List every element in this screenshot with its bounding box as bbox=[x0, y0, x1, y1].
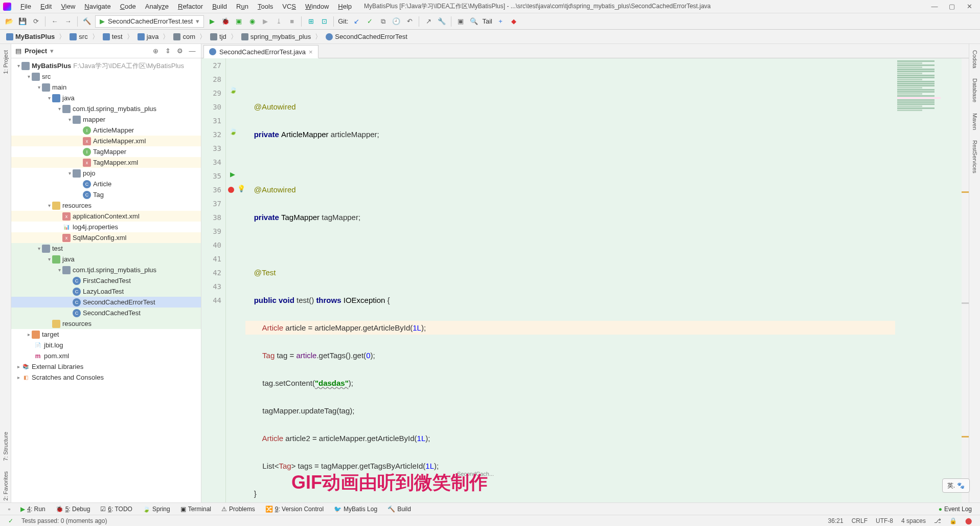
readonly-icon[interactable]: 🔒 bbox=[949, 517, 957, 524]
bb-spring[interactable]: 🍃Spring bbox=[139, 505, 174, 514]
tree-test-pkg[interactable]: ▾com.tjd.spring_mybatis_plus bbox=[11, 265, 201, 275]
db-icon[interactable]: ⊡ bbox=[319, 16, 329, 27]
locate-icon[interactable]: ⊕ bbox=[151, 47, 160, 56]
sidebar-favorites[interactable]: 2: Favorites bbox=[3, 469, 9, 502]
menu-analyze[interactable]: Analyze bbox=[141, 2, 173, 11]
git-compare-icon[interactable]: ⧉ bbox=[378, 16, 388, 27]
tree-articlemapperxml[interactable]: xArticleMapper.xml bbox=[11, 136, 201, 146]
tail-stop-icon[interactable]: ◆ bbox=[509, 16, 519, 27]
menu-help[interactable]: Help bbox=[334, 2, 356, 11]
close-button[interactable]: ✕ bbox=[966, 3, 973, 10]
line-sep[interactable]: CRLF bbox=[852, 517, 868, 524]
caret-position[interactable]: 36:21 bbox=[828, 517, 844, 524]
spring-bean-icon[interactable]: 🍃 bbox=[229, 127, 237, 135]
editor-body[interactable]: 27 28 29 30 31 32 33 34 35 36 37 38 39 4… bbox=[201, 58, 969, 502]
tree-appctx[interactable]: xapplicationContext.xml bbox=[11, 211, 201, 222]
bb-todo[interactable]: ☑6: TODO bbox=[96, 505, 136, 514]
bb-build[interactable]: 🔨Build bbox=[383, 505, 415, 514]
menu-refactor[interactable]: Refactor bbox=[174, 2, 207, 11]
tree-mapper[interactable]: ▾mapper bbox=[11, 114, 201, 125]
attach-button[interactable]: ▶ bbox=[260, 16, 270, 27]
menu-run[interactable]: Run bbox=[232, 2, 253, 11]
reload-icon[interactable]: ⟳ bbox=[31, 16, 41, 27]
tree-test[interactable]: ▾test bbox=[11, 243, 201, 254]
tree-root[interactable]: ▾MyBatisPlusF:\Java学习\IDEA工作区\MyBatisPlu… bbox=[11, 60, 201, 71]
git-branch-icon[interactable]: ⎇ bbox=[934, 517, 941, 524]
tree-articlemapper[interactable]: IArticleMapper bbox=[11, 125, 201, 136]
tree-secondtest[interactable]: CSecondCachedTest bbox=[11, 308, 201, 318]
tree-test-resources[interactable]: resources bbox=[11, 318, 201, 329]
encoding[interactable]: UTF-8 bbox=[876, 517, 893, 524]
search-icon[interactable]: 🔍 bbox=[469, 16, 479, 27]
run-gutter-icon[interactable]: ▶ bbox=[230, 170, 235, 178]
breakpoint-icon[interactable] bbox=[228, 187, 234, 193]
bc-java[interactable]: java bbox=[135, 32, 161, 41]
bb-eventlog[interactable]: ●Event Log bbox=[935, 505, 976, 514]
tree-pkg[interactable]: ▾com.tjd.spring_mybatis_plus bbox=[11, 103, 201, 114]
bc-tjd[interactable]: tjd bbox=[208, 32, 229, 41]
hide-icon[interactable]: — bbox=[188, 47, 197, 56]
menu-edit[interactable]: Edit bbox=[36, 2, 56, 11]
tree-resources[interactable]: ▾resources bbox=[11, 200, 201, 211]
build-icon[interactable]: 🔨 bbox=[82, 16, 92, 27]
tree-external[interactable]: ▸📚External Libraries bbox=[11, 361, 201, 372]
debug-button[interactable]: 🐞 bbox=[220, 16, 231, 27]
tree-src[interactable]: ▾src bbox=[11, 71, 201, 82]
tree-firsttest[interactable]: CFirstCachedTest bbox=[11, 275, 201, 286]
menu-window[interactable]: Window bbox=[301, 2, 333, 11]
step-button[interactable]: ⤓ bbox=[274, 16, 284, 27]
explorer-icon[interactable]: ⊞ bbox=[306, 16, 316, 27]
dashboard-icon[interactable]: ▣ bbox=[455, 16, 466, 27]
menu-build[interactable]: Build bbox=[208, 2, 231, 11]
ime-badge[interactable]: 英.🐾 bbox=[942, 478, 970, 493]
code-area[interactable]: @Autowired private ArticleMapper article… bbox=[243, 58, 895, 502]
scroll-strip[interactable] bbox=[962, 58, 969, 502]
tree-test-java[interactable]: ▾java bbox=[11, 254, 201, 265]
tree-scratches[interactable]: ▸◧Scratches and Consoles bbox=[11, 372, 201, 383]
bc-class[interactable]: SecondCachedErrorTest bbox=[324, 32, 409, 41]
tree-pom[interactable]: mpom.xml bbox=[11, 350, 201, 361]
tree-target[interactable]: ▸target bbox=[11, 329, 201, 340]
tree-main-java[interactable]: ▾java bbox=[11, 93, 201, 103]
tree-article[interactable]: CArticle bbox=[11, 179, 201, 189]
gear-icon[interactable]: ⚙ bbox=[175, 47, 185, 56]
git-revert-icon[interactable]: ↶ bbox=[404, 16, 415, 27]
tree-tagmapperxml[interactable]: xTagMapper.xml bbox=[11, 157, 201, 168]
sidebar-rest[interactable]: RestServices bbox=[972, 138, 978, 176]
bb-run[interactable]: ▶4: Run bbox=[16, 505, 49, 514]
sidebar-database[interactable]: Database bbox=[972, 76, 978, 104]
minimap[interactable] bbox=[895, 58, 962, 502]
profile-button[interactable]: ◉ bbox=[247, 16, 257, 27]
stop-button[interactable]: ■ bbox=[287, 16, 297, 27]
git-commit-icon[interactable]: ✓ bbox=[364, 16, 375, 27]
tree-log4j[interactable]: 📊log4j.properties bbox=[11, 222, 201, 232]
run-button[interactable]: ▶ bbox=[207, 16, 217, 27]
run-config-selector[interactable]: ▶ SecondCachedErrorTest.test ▾ bbox=[95, 15, 204, 28]
gutter-markers[interactable]: 🍃 🍃 ▶ 💡 bbox=[226, 58, 243, 502]
sidebar-maven[interactable]: Maven bbox=[972, 111, 978, 132]
menu-navigate[interactable]: Navigate bbox=[80, 2, 115, 11]
menu-code[interactable]: Code bbox=[116, 2, 140, 11]
bc-project[interactable]: MyBatisPlus bbox=[4, 32, 57, 41]
minimize-button[interactable]: — bbox=[931, 3, 938, 10]
intention-bulb-icon[interactable]: 💡 bbox=[237, 185, 245, 192]
bc-pkg[interactable]: spring_mybatis_plus bbox=[239, 32, 313, 41]
bc-com[interactable]: com bbox=[171, 32, 197, 41]
bb-terminal[interactable]: ▣Terminal bbox=[176, 505, 215, 514]
menu-tools[interactable]: Tools bbox=[254, 2, 277, 11]
maximize-button[interactable]: ▢ bbox=[948, 3, 955, 10]
bb-vcs[interactable]: 🔀9: Version Control bbox=[261, 505, 328, 514]
bb-debug[interactable]: 🐞5: Debug bbox=[52, 505, 95, 514]
tree-sqlmap[interactable]: xSqlMapConfig.xml bbox=[11, 232, 201, 243]
bb-problems[interactable]: ⚠Problems bbox=[217, 505, 259, 514]
tree-lazytest[interactable]: CLazyLoadTest bbox=[11, 286, 201, 297]
tree-main[interactable]: ▾main bbox=[11, 82, 201, 93]
sidebar-structure[interactable]: 7: Structure bbox=[3, 430, 9, 463]
menu-vcs[interactable]: VCS bbox=[278, 2, 300, 11]
bc-src[interactable]: src bbox=[67, 32, 89, 41]
tree-tagmapper[interactable]: ITagMapper bbox=[11, 146, 201, 157]
tree-jbitlog[interactable]: 📄jbit.log bbox=[11, 340, 201, 350]
tree-seconderror[interactable]: CSecondCachedErrorTest bbox=[11, 297, 201, 308]
open-icon[interactable]: 📂 bbox=[4, 16, 14, 27]
sidebar-codota[interactable]: Codota bbox=[972, 48, 978, 70]
